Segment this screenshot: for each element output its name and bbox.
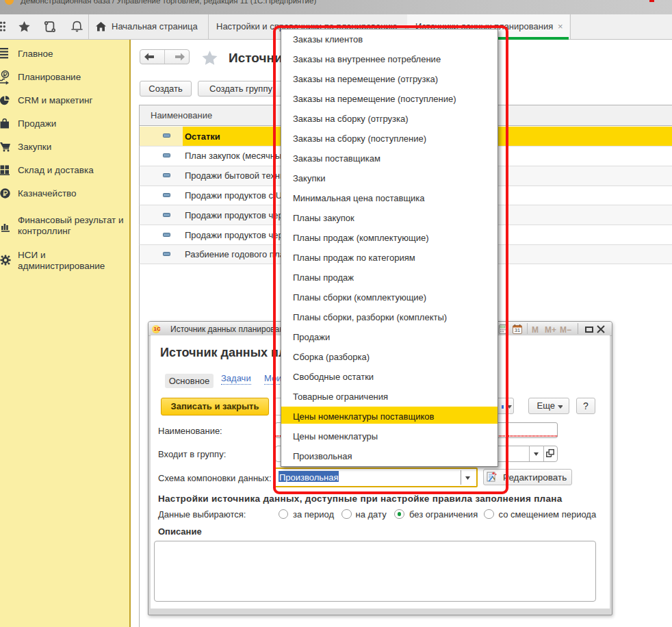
- svg-text:31: 31: [515, 327, 520, 333]
